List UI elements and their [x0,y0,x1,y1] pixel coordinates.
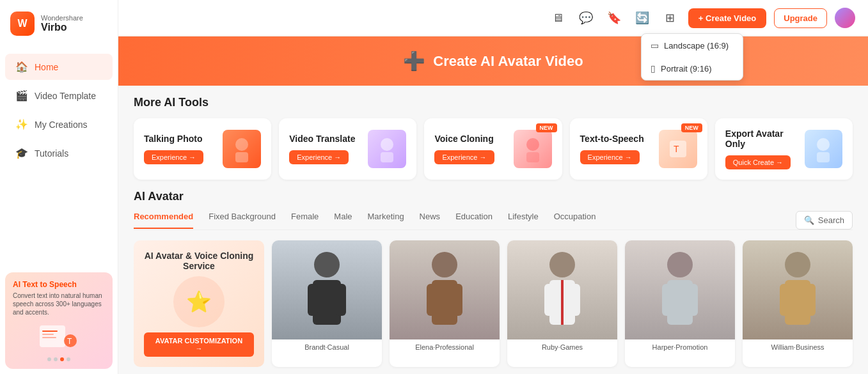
monitor-icon[interactable]: 🖥 [548,8,568,28]
star-icon: ⭐ [186,290,212,314]
logo-text: Wondershare Virbo [41,14,83,33]
tool-btn-text-to-speech[interactable]: Experience → [580,150,640,164]
upgrade-button[interactable]: Upgrade [774,8,827,28]
avatar-label-brandt: Brandt·Casual [272,339,382,355]
dropdown-item-landscape[interactable]: ▭ Landscape (16:9) [642,34,743,57]
avatar-label-harper: Harper·Promotion [625,339,735,355]
tool-card-export-avatar[interactable]: Export Avatar Only Quick Create → [715,118,853,180]
avatar-image-elena [390,240,500,339]
filter-tab-education[interactable]: Education [455,212,493,229]
tool-name-video-translate: Video Translate [289,134,355,144]
sidebar-item-my-creations[interactable]: ✨ My Creations [5,111,113,137]
svg-rect-22 [427,284,436,316]
carousel-dots [13,357,105,361]
logo-name: Virbo [41,22,83,33]
filter-tab-fixed-bg[interactable]: Fixed Background [209,212,276,229]
avatar-search-box[interactable]: 🔍 Search [796,211,853,230]
avatar-promo-button[interactable]: AVATAR CUSTOMIZATION → [144,332,254,357]
dropdown-item-landscape-label: Landscape (16:9) [664,41,729,51]
avatar-promo-card[interactable]: AI Avatar & Voice Cloning Service ⭐ AVAT… [134,240,264,367]
svg-point-20 [432,252,457,277]
svg-rect-11 [526,152,539,162]
filter-tab-marketing[interactable]: Marketing [368,212,404,229]
ai-tools-section: More AI Tools Talking Photo Experience → [118,86,868,190]
sidebar-item-home[interactable]: 🏠 Home [5,54,113,80]
filter-tabs-right: 🔍 Search [796,211,853,230]
search-label: Search [818,215,844,225]
portrait-icon: ▯ [651,63,656,74]
message-icon[interactable]: 💬 [576,8,596,28]
avatar-card-brandt[interactable]: Brandt·Casual [272,240,382,367]
avatar-card-harper[interactable]: Harper·Promotion [625,240,735,367]
tool-name-voice-cloning: Voice Cloning [434,134,494,144]
dropdown-item-portrait-label: Portrait (9:16) [661,64,711,74]
avatar-image-harper [625,240,735,339]
sidebar: W Wondershare Virbo 🏠 Home 🎬 Video Templ… [0,0,118,374]
tools-grid: Talking Photo Experience → Video Transla… [134,118,853,180]
sidebar-nav: 🏠 Home 🎬 Video Template ✨ My Creations 🎓… [0,47,118,267]
tool-btn-voice-cloning[interactable]: Experience → [434,150,494,164]
svg-point-8 [381,138,393,151]
app-logo-icon: W [10,12,35,36]
tool-btn-talking-photo[interactable]: Experience → [144,150,203,164]
svg-text:T: T [674,144,679,154]
svg-rect-31 [662,284,671,316]
dot-4 [67,357,70,361]
svg-point-6 [235,138,248,151]
avatar-card-elena[interactable]: Elena·Professional [390,240,500,367]
svg-point-29 [667,252,693,277]
svg-rect-15 [817,152,830,162]
svg-rect-35 [780,284,789,316]
sidebar-bottom-title: AI Text to Speech [13,280,105,289]
filter-tab-occupation[interactable]: Occupation [554,212,596,229]
refresh-icon[interactable]: 🔄 [632,8,652,28]
hero-banner[interactable]: ➕ Create AI Avatar Video [118,36,868,86]
filter-tab-lifestyle[interactable]: Lifestyle [508,212,539,229]
dot-3 [60,357,64,361]
svg-rect-1 [42,331,58,332]
sidebar-item-tutorials-label: Tutorials [35,148,68,159]
bookmark-icon[interactable]: 🔖 [604,8,624,28]
grid-icon[interactable]: ⊞ [660,8,681,28]
svg-rect-18 [308,284,318,316]
tool-card-talking-photo[interactable]: Talking Photo Experience → [134,118,271,180]
ai-avatar-section: AI Avatar Recommended Fixed Background F… [118,190,868,374]
tool-info-video-translate: Video Translate Experience → [289,134,355,164]
main-content: ➕ Create AI Avatar Video More AI Tools T… [118,36,868,374]
create-video-button[interactable]: + Create Video [688,8,766,28]
avatar-card-ruby[interactable]: Ruby·Games [507,240,617,367]
tool-card-video-translate[interactable]: Video Translate Experience → [279,118,416,180]
tool-card-text-to-speech[interactable]: NEW Text-to-Speech Experience → T [570,118,707,180]
sidebar-item-home-label: Home [35,62,58,72]
filter-tab-male[interactable]: Male [334,212,352,229]
dot-2 [54,357,58,361]
tool-thumb-tts: T [659,130,697,168]
landscape-icon: ▭ [651,40,659,51]
filter-tab-news[interactable]: News [420,212,441,229]
search-icon: 🔍 [804,215,814,225]
header: 🖥 💬 🔖 🔄 ⊞ + Create Video Upgrade ▭ Lands… [118,0,868,36]
avatar-label-elena: Elena·Professional [390,339,500,355]
tool-btn-video-translate[interactable]: Experience → [289,150,349,164]
sidebar-item-video-template-label: Video Template [35,91,96,101]
tool-name-text-to-speech: Text-to-Speech [580,134,644,144]
filter-tab-female[interactable]: Female [291,212,319,229]
svg-rect-0 [40,325,65,347]
sidebar-logo: W Wondershare Virbo [0,0,118,47]
avatar-card-william[interactable]: William·Business [743,240,853,367]
svg-point-10 [526,138,539,151]
sidebar-item-video-template[interactable]: 🎬 Video Template [5,82,113,109]
tool-btn-export-avatar[interactable]: Quick Create → [725,155,791,169]
home-icon: 🏠 [15,61,28,73]
sidebar-bottom-card[interactable]: AI Text to Speech Convert text into natu… [5,272,113,369]
filter-tabs: Recommended Fixed Background Female Male… [134,211,853,230]
svg-point-16 [314,252,340,277]
svg-rect-26 [561,280,564,325]
dropdown-item-portrait[interactable]: ▯ Portrait (9:16) [642,57,743,80]
sidebar-item-tutorials[interactable]: 🎓 Tutorials [5,140,113,166]
svg-rect-32 [689,284,698,316]
svg-rect-9 [381,152,393,162]
user-avatar[interactable] [835,8,855,28]
tool-card-voice-cloning[interactable]: NEW Voice Cloning Experience → [424,118,562,180]
filter-tab-recommended[interactable]: Recommended [134,212,193,229]
